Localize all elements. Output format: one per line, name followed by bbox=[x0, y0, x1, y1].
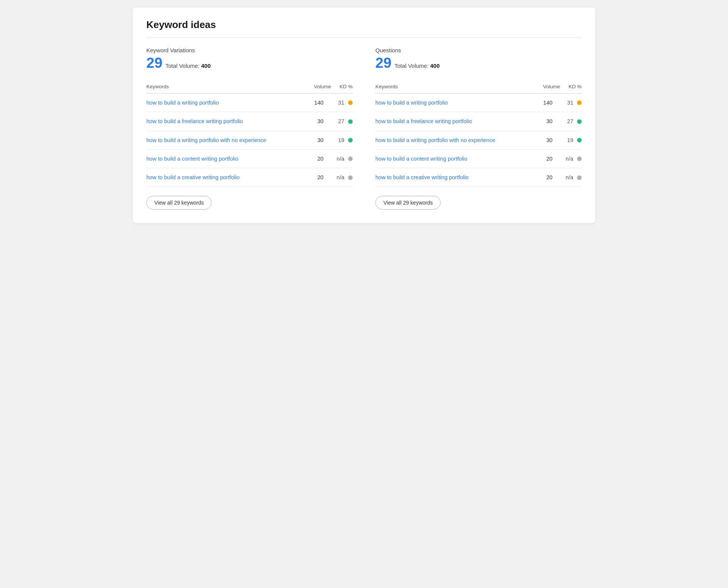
left-count: 29 bbox=[146, 56, 162, 70]
kd-cell: n/a bbox=[560, 168, 582, 187]
volume-cell: 140 bbox=[537, 94, 560, 112]
volume-cell: 20 bbox=[537, 149, 560, 168]
right-col-keywords: Keywords bbox=[375, 81, 537, 94]
right-view-all-button[interactable]: View all 29 keywords bbox=[375, 196, 441, 210]
two-column-layout: Keyword Variations 29 Total Volume: 400 … bbox=[146, 47, 582, 210]
kd-cell: 27 bbox=[331, 112, 353, 131]
green-dot-icon bbox=[577, 138, 582, 142]
keyword-link[interactable]: how to build a writing portfolio bbox=[375, 100, 448, 106]
volume-cell: 30 bbox=[537, 131, 560, 149]
table-row: how to build a writing portfolio with no… bbox=[375, 131, 582, 149]
volume-cell: 30 bbox=[537, 112, 560, 131]
left-col-kd: KD % bbox=[331, 81, 353, 94]
table-row: how to build a creative writing portfoli… bbox=[375, 168, 582, 187]
table-row: how to build a content writing portfolio… bbox=[146, 149, 353, 168]
keyword-link[interactable]: how to build a creative writing portfoli… bbox=[375, 174, 469, 180]
green-dot-icon bbox=[348, 138, 353, 142]
volume-cell: 20 bbox=[308, 149, 331, 168]
keyword-link[interactable]: how to build a writing portfolio with no… bbox=[146, 137, 266, 143]
volume-cell: 30 bbox=[308, 131, 331, 149]
keyword-link[interactable]: how to build a freelance writing portfol… bbox=[375, 118, 472, 124]
table-row: how to build a freelance writing portfol… bbox=[375, 112, 582, 131]
table-row: how to build a writing portfolio14031 bbox=[375, 94, 582, 112]
right-keywords-table: Keywords Volume KD % how to build a writ… bbox=[375, 81, 582, 187]
orange-dot-icon bbox=[577, 100, 582, 105]
right-summary-row: 29 Total Volume: 400 bbox=[375, 56, 582, 70]
gray-dot-icon bbox=[577, 175, 582, 180]
kd-cell: n/a bbox=[331, 149, 353, 168]
volume-cell: 30 bbox=[308, 112, 331, 131]
table-row: how to build a writing portfolio with no… bbox=[146, 131, 353, 149]
table-row: how to build a content writing portfolio… bbox=[375, 149, 582, 168]
volume-cell: 140 bbox=[308, 94, 331, 112]
keyword-variations-section: Keyword Variations 29 Total Volume: 400 … bbox=[146, 47, 353, 210]
page-title: Keyword ideas bbox=[146, 19, 582, 38]
orange-dot-icon bbox=[348, 100, 353, 105]
left-col-keywords: Keywords bbox=[146, 81, 308, 94]
keyword-link[interactable]: how to build a freelance writing portfol… bbox=[146, 118, 243, 124]
keyword-link[interactable]: how to build a writing portfolio with no… bbox=[375, 137, 495, 143]
keyword-ideas-card: Keyword ideas Keyword Variations 29 Tota… bbox=[133, 8, 595, 223]
kd-cell: 19 bbox=[331, 131, 353, 149]
left-col-volume: Volume bbox=[308, 81, 331, 94]
kd-cell: n/a bbox=[560, 149, 582, 168]
table-row: how to build a creative writing portfoli… bbox=[146, 168, 353, 187]
table-row: how to build a writing portfolio14031 bbox=[146, 94, 353, 112]
keyword-link[interactable]: how to build a creative writing portfoli… bbox=[146, 174, 240, 180]
kd-cell: 19 bbox=[560, 131, 582, 149]
table-row: how to build a freelance writing portfol… bbox=[146, 112, 353, 131]
gray-dot-icon bbox=[348, 156, 353, 161]
keyword-link[interactable]: how to build a content writing portfolio bbox=[146, 156, 238, 162]
questions-section: Questions 29 Total Volume: 400 Keywords … bbox=[375, 47, 582, 210]
gray-dot-icon bbox=[577, 156, 582, 161]
left-summary-row: 29 Total Volume: 400 bbox=[146, 56, 353, 70]
kd-cell: 27 bbox=[560, 112, 582, 131]
gray-dot-icon bbox=[348, 175, 353, 180]
volume-cell: 20 bbox=[537, 168, 560, 187]
keyword-link[interactable]: how to build a content writing portfolio bbox=[375, 156, 468, 162]
green-dot-icon bbox=[577, 119, 582, 124]
right-section-label: Questions bbox=[375, 47, 582, 53]
volume-cell: 20 bbox=[308, 168, 331, 187]
kd-cell: 31 bbox=[560, 94, 582, 112]
green-dot-icon bbox=[348, 119, 353, 124]
right-col-kd: KD % bbox=[560, 81, 582, 94]
right-count: 29 bbox=[375, 56, 391, 70]
left-section-label: Keyword Variations bbox=[146, 47, 353, 53]
left-view-all-button[interactable]: View all 29 keywords bbox=[146, 196, 212, 210]
keyword-link[interactable]: how to build a writing portfolio bbox=[146, 100, 219, 106]
left-summary-text: Total Volume: 400 bbox=[165, 63, 210, 69]
kd-cell: 31 bbox=[331, 94, 353, 112]
left-keywords-table: Keywords Volume KD % how to build a writ… bbox=[146, 81, 353, 187]
right-col-volume: Volume bbox=[537, 81, 560, 94]
kd-cell: n/a bbox=[331, 168, 353, 187]
right-summary-text: Total Volume: 400 bbox=[394, 63, 439, 69]
